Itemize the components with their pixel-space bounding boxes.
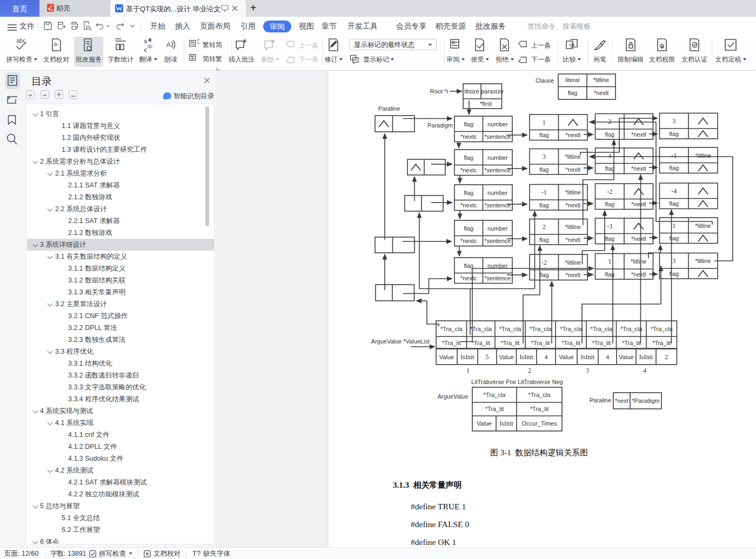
svg-text:*nextc: *nextc <box>460 167 477 173</box>
svg-text:*sentence: *sentence <box>484 133 511 140</box>
svg-text:parasize: parasize <box>481 88 504 95</box>
svg-text:Paraline: Paraline <box>590 397 611 403</box>
svg-text:*litline: *litline <box>565 259 581 266</box>
svg-text:ArgueValue: ArgueValue <box>438 393 469 400</box>
svg-text:*nextl: *nextl <box>565 272 580 278</box>
svg-text:*Tra_cla: *Tra_cla <box>590 326 612 332</box>
svg-text:Paraline: Paraline <box>378 105 400 112</box>
svg-text:*Tra_cla: *Tra_cla <box>528 392 551 398</box>
svg-text:flag: flag <box>605 235 614 242</box>
svg-text:*litline: *litline <box>631 258 646 265</box>
svg-text:litsize: litsize <box>464 88 479 95</box>
svg-text:number: number <box>487 121 508 127</box>
svg-text:*litline: *litline <box>565 189 581 196</box>
svg-text:*Tra_cla: *Tra_cla <box>530 326 552 332</box>
svg-text:flag: flag <box>539 202 549 208</box>
svg-text:简: 简 <box>190 41 195 46</box>
svg-text:number: number <box>487 154 508 161</box>
svg-text:flag: flag <box>669 165 679 171</box>
svg-text:IsInit: IsInit <box>639 353 653 361</box>
svg-text:*next: *next <box>615 398 628 404</box>
svg-text:*Tra_cla: *Tra_cla <box>620 326 643 332</box>
svg-text:4: 4 <box>643 367 646 374</box>
svg-text:*sentence: *sentence <box>484 275 511 281</box>
svg-text:*Tra_lit: *Tra_lit <box>472 340 490 346</box>
svg-text:1: 1 <box>543 119 546 126</box>
svg-text:a-: a- <box>54 41 59 47</box>
svg-text:number: number <box>487 262 508 269</box>
svg-text:*litline: *litline <box>593 77 609 83</box>
svg-text:*Tra_lit: *Tra_lit <box>530 406 548 412</box>
svg-text:*Paradigm: *Paradigm <box>632 398 659 404</box>
svg-text:flag: flag <box>605 165 614 172</box>
svg-text:*litline: *litline <box>565 224 581 230</box>
svg-text:flag: flag <box>464 190 473 196</box>
svg-text:a: a <box>144 38 148 44</box>
svg-text:*sentence: *sentence <box>484 238 511 244</box>
svg-text:*nextl: *nextl <box>594 90 609 96</box>
svg-text:*Tra_lit: *Tra_lit <box>622 340 640 346</box>
svg-text:IsInit: IsInit <box>520 353 534 361</box>
svg-text:flag: flag <box>464 225 473 232</box>
svg-text:flag: flag <box>539 272 549 278</box>
svg-text:-2: -2 <box>541 259 547 266</box>
svg-text:flag: flag <box>669 131 679 137</box>
svg-text:2: 2 <box>665 353 668 361</box>
svg-text:-4: -4 <box>671 187 677 195</box>
svg-text:*Tra_lit: *Tra_lit <box>485 406 504 412</box>
svg-text:flag: flag <box>464 121 473 127</box>
svg-text:*Tra_lit: *Tra_lit <box>652 340 671 346</box>
svg-text:Value: Value <box>499 354 514 360</box>
svg-text:*litline: *litline <box>695 258 711 264</box>
svg-text:*sentence: *sentence <box>484 167 511 173</box>
svg-text:5: 5 <box>486 353 489 361</box>
svg-text:*Tra_cla: *Tra_cla <box>440 326 463 332</box>
svg-text:*nextl: *nextl <box>631 165 646 172</box>
svg-text:*litline: *litline <box>695 152 711 159</box>
svg-text:*nextc: *nextc <box>460 238 477 244</box>
svg-text:Paradigm: Paradigm <box>427 122 453 129</box>
svg-text:繁: 繁 <box>190 55 195 60</box>
svg-text:*Tra_lit: *Tra_lit <box>592 340 611 346</box>
svg-text:*nextl: *nextl <box>631 271 646 278</box>
svg-text:Value: Value <box>619 354 633 360</box>
svg-text:Value: Value <box>477 420 491 427</box>
svg-text:*first: *first <box>480 100 492 107</box>
svg-text:flag: flag <box>669 271 679 277</box>
svg-text:IsInit: IsInit <box>499 420 513 427</box>
svg-text:*sentence: *sentence <box>484 202 511 208</box>
svg-text:flag: flag <box>539 166 549 173</box>
svg-text:4: 4 <box>608 152 611 160</box>
svg-text:*nextl: *nextl <box>631 235 646 242</box>
svg-text:Value: Value <box>559 354 573 360</box>
svg-text:*nextc: *nextc <box>460 202 477 208</box>
svg-text:3: 3 <box>672 117 675 125</box>
svg-text:Root *r: Root *r <box>430 88 449 95</box>
svg-text:2: 2 <box>528 367 531 374</box>
svg-text:*nextl: *nextl <box>565 132 580 138</box>
svg-text:-3: -3 <box>607 223 612 230</box>
svg-text:flag: flag <box>539 132 549 138</box>
svg-text:flag: flag <box>568 90 578 96</box>
svg-text:IsInit: IsInit <box>460 353 474 361</box>
svg-text:*nextl: *nextl <box>565 237 580 243</box>
svg-text:A: A <box>166 41 171 49</box>
svg-text:*Tra_lit: *Tra_lit <box>531 340 550 346</box>
svg-text:LitTrabverse Pos LitTrabverse: LitTrabverse Pos LitTrabverse Neg <box>471 379 563 385</box>
svg-text:*Tra_lit: *Tra_lit <box>561 340 580 346</box>
svg-text:4: 4 <box>606 353 609 361</box>
svg-text:*nextl: *nextl <box>631 131 646 138</box>
svg-text:flag: flag <box>464 262 473 269</box>
svg-text:literal: literal <box>565 77 579 83</box>
svg-text:-1: -1 <box>671 152 677 159</box>
svg-text:Clause: Clause <box>536 77 554 84</box>
svg-text:Value: Value <box>439 354 454 360</box>
svg-text:*nextc: *nextc <box>460 275 477 281</box>
svg-text:flag: flag <box>605 201 614 207</box>
svg-text:flag: flag <box>539 237 549 243</box>
svg-text:1: 1 <box>466 367 470 374</box>
svg-text:1: 1 <box>672 222 675 230</box>
svg-text:number: number <box>487 190 508 196</box>
svg-text:Occur_Times: Occur_Times <box>522 420 557 427</box>
svg-text:-1: -1 <box>541 188 547 196</box>
